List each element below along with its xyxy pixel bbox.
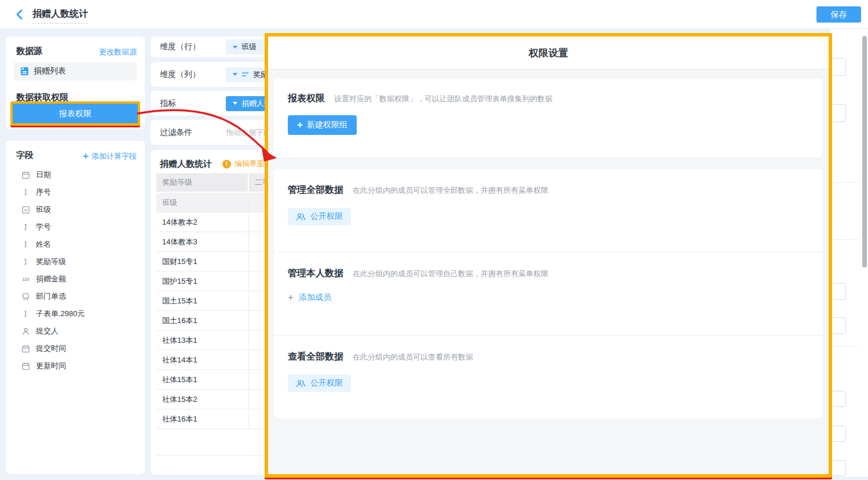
field-item[interactable]: 提交人: [6, 323, 145, 340]
field-label: 班级: [36, 204, 51, 215]
tag-label: 班级: [241, 42, 257, 52]
field-label: 部门单选: [36, 291, 66, 302]
add-member-link[interactable]: 添加成员: [288, 292, 331, 303]
fields-panel: 字段 添加计算字段 日期 I 序号 班级 I 学号 I 姓名 I 奖励等级: [6, 141, 145, 474]
field-label: 日期: [36, 170, 51, 180]
row-header: 班级: [156, 193, 249, 212]
new-permission-group-label: 新建权限组: [307, 120, 347, 130]
plus-icon: [83, 151, 89, 162]
divider: [831, 239, 858, 240]
field-item[interactable]: 部门单选: [6, 288, 145, 305]
field-list: 日期 I 序号 班级 I 学号 I 姓名 I 奖励等级 123 捐赠金额 部门单…: [6, 166, 145, 375]
department-icon: [21, 292, 30, 301]
field-item[interactable]: I 子表单.2980元: [6, 305, 145, 323]
chevron-down-icon: [233, 73, 237, 76]
calendar-icon: [21, 170, 30, 179]
add-member-label: 添加成员: [299, 292, 331, 303]
warning-icon: !: [222, 160, 231, 168]
group-manage-all: 管理全部数据 在此分组内的成员可以管理全部数据，并拥有所有菜单权限 公开权限: [274, 169, 823, 252]
dimension-col-label: 维度（列）: [160, 69, 226, 80]
field-item[interactable]: I 奖励等级: [6, 253, 145, 270]
public-permission-tag[interactable]: 公开权限: [288, 208, 351, 225]
permission-modal: 权限设置 报表权限 设置对应的「数据权限」，可以让团队成员管理表单搜集到的数据 …: [265, 33, 832, 478]
report-permission-heading: 报表权限: [288, 93, 325, 105]
public-permission-tag[interactable]: 公开权限: [288, 375, 351, 392]
report-permission-card: 报表权限 设置对应的「数据权限」，可以让团队成员管理表单搜集到的数据 新建权限组: [274, 79, 823, 157]
scrollbar[interactable]: [862, 36, 867, 268]
modal-body: 报表权限 设置对应的「数据权限」，可以让团队成员管理表单搜集到的数据 新建权限组…: [268, 69, 829, 474]
modal-title: 权限设置: [529, 46, 568, 60]
dimension-row-label: 维度（行）: [160, 42, 226, 52]
field-label: 子表单.2980元: [36, 309, 85, 319]
plus-icon: [297, 120, 303, 130]
save-button[interactable]: 保存: [816, 6, 861, 23]
field-item[interactable]: 123 捐赠金额: [6, 270, 145, 288]
field-item[interactable]: I 姓名: [6, 236, 145, 253]
public-permission-label: 公开权限: [310, 211, 343, 222]
add-calc-field-label: 添加计算字段: [91, 151, 137, 162]
chevron-down-icon: [233, 46, 237, 49]
plus-icon: [288, 292, 294, 303]
report-permission-desc: 设置对应的「数据权限」，可以让团队成员管理表单搜集到的数据: [334, 94, 552, 104]
group-view-all: 查看全部数据 在此分组内的成员可以查看所有数据 公开权限: [274, 335, 823, 419]
text-field-icon: I: [21, 222, 30, 232]
text-field-icon: I: [21, 309, 30, 318]
field-label: 提交人: [36, 326, 58, 336]
document-icon: [20, 67, 29, 76]
field-item[interactable]: 日期: [6, 166, 145, 184]
field-item[interactable]: 更新时间: [6, 357, 145, 375]
datasource-item[interactable]: 捐赠列表: [14, 62, 137, 80]
number-icon: 123: [21, 274, 30, 284]
page-title[interactable]: 捐赠人数统计: [32, 8, 88, 24]
permission-groups-card: 管理全部数据 在此分组内的成员可以管理全部数据，并拥有所有菜单权限 公开权限 管…: [274, 169, 823, 419]
fields-title: 字段: [16, 150, 34, 161]
field-label: 更新时间: [36, 361, 66, 371]
back-icon[interactable]: [14, 9, 25, 20]
top-bar: 捐赠人数统计 保存: [0, 0, 868, 29]
group-heading: 管理全部数据: [288, 184, 343, 196]
report-permission-button[interactable]: 报表权限: [13, 104, 138, 123]
datasource-panel: 数据源 更改数据源 捐赠列表 数据获取权限 报表权限: [6, 36, 145, 129]
text-field-icon: I: [21, 188, 30, 197]
modal-header: 权限设置: [268, 36, 829, 69]
field-label: 姓名: [36, 239, 51, 250]
group-heading: 管理本人数据: [288, 268, 343, 280]
divider: [831, 182, 858, 183]
pivot-title: 捐赠人数统计: [160, 159, 212, 170]
field-item[interactable]: I 序号: [6, 184, 145, 201]
datasource-item-label: 捐赠列表: [34, 66, 66, 76]
calendar-icon: [21, 361, 30, 371]
datasource-title: 数据源: [16, 46, 42, 57]
report-permission-highlight: 报表权限: [10, 101, 140, 126]
public-permission-label: 公开权限: [310, 378, 343, 389]
col-header: 奖励等级: [156, 173, 249, 192]
text-field-icon: I: [21, 257, 30, 266]
filter-label: 过滤条件: [160, 127, 226, 138]
change-datasource-link[interactable]: 更改数据源: [99, 47, 137, 57]
person-icon: [21, 327, 30, 336]
group-desc: 在此分组内的成员可以管理自己数据，并拥有所有菜单权限: [353, 269, 548, 279]
people-icon: [296, 212, 306, 221]
select-icon: [21, 205, 30, 214]
add-calc-field-link[interactable]: 添加计算字段: [83, 151, 137, 162]
field-label: 提交时间: [36, 343, 66, 354]
new-permission-group-button[interactable]: 新建权限组: [288, 115, 357, 135]
group-desc: 在此分组内的成员可以管理全部数据，并拥有所有菜单权限: [353, 185, 548, 196]
field-label: 捐赠金额: [36, 274, 66, 284]
field-label: 学号: [36, 222, 51, 232]
metric-label: 指标: [160, 98, 226, 109]
field-label: 奖励等级: [36, 257, 66, 267]
text-field-icon: I: [21, 240, 30, 249]
people-icon: [296, 379, 306, 388]
chevron-down-icon: [233, 102, 237, 105]
group-heading: 查看全部数据: [288, 351, 343, 363]
field-item[interactable]: 班级: [6, 201, 145, 218]
group-manage-own: 管理本人数据 在此分组内的成员可以管理自己数据，并拥有所有菜单权限 添加成员: [274, 252, 823, 335]
field-item[interactable]: 提交时间: [6, 340, 145, 357]
sort-icon: [241, 71, 249, 78]
field-item[interactable]: I 学号: [6, 218, 145, 236]
calendar-icon: [21, 344, 30, 353]
field-label: 序号: [36, 187, 51, 197]
group-desc: 在此分组内的成员可以查看所有数据: [353, 352, 473, 362]
divider: [831, 346, 858, 346]
